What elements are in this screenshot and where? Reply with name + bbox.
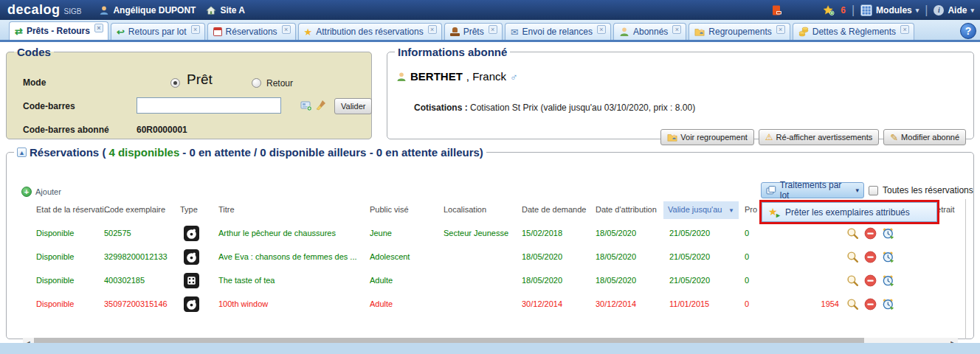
- radio-pret-label[interactable]: Prêt: [187, 72, 213, 88]
- male-icon: ♂: [510, 71, 518, 83]
- col-etat[interactable]: Etat de la réservati...: [36, 205, 111, 214]
- tab-label: Prêts: [463, 27, 484, 37]
- tab-prets-retours[interactable]: ⇄ Prêts - Retours ×: [9, 21, 108, 40]
- prolong-clock-icon[interactable]: [882, 298, 894, 310]
- batch-label: Traitements par lot: [780, 180, 852, 201]
- row-actions: [846, 298, 894, 310]
- loan-return-icon: ⇄: [15, 27, 23, 36]
- reafficher-avertissements-button[interactable]: ⚠ Ré-afficher avertissements: [759, 129, 879, 145]
- close-icon[interactable]: ×: [900, 25, 909, 34]
- cell-attribution: 18/05/2020: [596, 252, 636, 261]
- radio-retour[interactable]: [252, 78, 261, 88]
- tab-label: Dettes & Règlements: [812, 27, 896, 37]
- modules-menu[interactable]: Modules ▾: [860, 4, 919, 16]
- tab-abonnes[interactable]: Abonnés ×: [613, 23, 686, 40]
- col-pro-truncated[interactable]: Pro: [745, 205, 757, 214]
- caret-down-icon: ▾: [916, 7, 919, 14]
- close-icon[interactable]: ×: [672, 25, 681, 34]
- remove-icon[interactable]: [864, 227, 877, 240]
- remove-icon[interactable]: [864, 251, 877, 263]
- tab-envoi-relances[interactable]: ✉ Envoi de relances ×: [505, 23, 611, 40]
- ajouter-button[interactable]: + Ajouter: [21, 187, 61, 197]
- radio-pret[interactable]: [170, 78, 180, 88]
- cell-code: 32998200012133: [104, 252, 168, 261]
- col-type[interactable]: Type: [180, 205, 198, 214]
- aide-menu[interactable]: i Aide ▾: [934, 5, 974, 15]
- tab-prets[interactable]: Prêts ×: [444, 23, 503, 40]
- table-row[interactable]: Disponible 35097200315146 100th window A…: [7, 293, 966, 316]
- abonne-panel: Informations abonné BERTHET , Franck ♂ C…: [387, 46, 974, 139]
- magnifier-icon[interactable]: [846, 274, 859, 287]
- col-localisation[interactable]: Localisation: [444, 205, 486, 214]
- close-icon[interactable]: ×: [191, 25, 200, 34]
- current-user[interactable]: Angélique DUPONT: [99, 5, 196, 15]
- modifier-abonne-button[interactable]: ✎ Modifier abonné: [883, 129, 966, 145]
- modules-grid-icon: [860, 4, 872, 16]
- reservations-legend: ▴ Réservations (4 disponibles - 0 en att…: [14, 146, 486, 159]
- codebarres-abonne-value: 60R0000001: [137, 125, 187, 135]
- tab-regroupements[interactable]: Regroupements ×: [689, 23, 790, 40]
- close-icon[interactable]: ×: [597, 25, 606, 34]
- traitements-par-lot-button[interactable]: Traitements par lot ▾: [761, 182, 864, 198]
- close-icon[interactable]: ×: [282, 25, 291, 34]
- toutes-reservations-label[interactable]: Toutes les réservations: [883, 185, 973, 195]
- table-row[interactable]: Disponible 400302185 The taste of tea Ad…: [7, 269, 966, 293]
- star-plus-icon[interactable]: [823, 4, 835, 16]
- cell-pro: 0: [745, 276, 749, 285]
- magnifier-icon[interactable]: [846, 251, 859, 263]
- radio-retour-label[interactable]: Retour: [266, 78, 293, 88]
- help-button[interactable]: ?: [960, 23, 976, 39]
- collapse-icon[interactable]: ▴: [17, 148, 27, 157]
- cell-demande: 18/05/2020: [522, 252, 562, 261]
- cell-titre: Ave Eva : chansons de femmes des ...: [218, 252, 357, 261]
- reservations-title-prefix: Réservations (: [30, 146, 106, 159]
- table-row[interactable]: Disponible 32998200012133 Ave Eva : chan…: [7, 246, 966, 269]
- prolong-clock-icon[interactable]: [882, 227, 894, 240]
- remove-icon[interactable]: [864, 274, 877, 287]
- col-public[interactable]: Public visé: [370, 205, 409, 214]
- current-site[interactable]: Site A: [206, 5, 245, 15]
- toutes-reservations-checkbox[interactable]: [869, 186, 878, 195]
- table-row[interactable]: Disponible 502575 Arthur le pêcheur de c…: [7, 222, 966, 246]
- valider-button[interactable]: Valider: [334, 98, 372, 114]
- close-icon[interactable]: ×: [489, 25, 497, 34]
- menu-item-preter-exemplaires[interactable]: ★ ► Prêter les exemplaires attribués: [762, 202, 937, 222]
- site-name: Site A: [220, 5, 245, 15]
- magnifier-icon[interactable]: [846, 298, 859, 310]
- layers-icon: [766, 185, 776, 195]
- tab-attribution-reservations[interactable]: ★ Attribution des réservations ×: [298, 23, 442, 40]
- envelope-icon: ✉: [511, 27, 519, 37]
- sort-down-icon: ▼: [728, 207, 734, 214]
- tab-dettes-reglements[interactable]: Dettes & Règlements ×: [793, 23, 914, 40]
- prolong-clock-icon[interactable]: [882, 274, 894, 287]
- col-demande[interactable]: Date de demande: [522, 205, 586, 214]
- plus-icon: +: [21, 187, 32, 197]
- add-card-icon[interactable]: [300, 100, 312, 111]
- close-icon[interactable]: ×: [428, 25, 437, 34]
- cell-valide: 21/05/2020: [669, 276, 710, 285]
- magnifier-icon[interactable]: [846, 227, 859, 240]
- tab-reservations[interactable]: Réservations ×: [207, 23, 296, 40]
- topbar-right: 6 | Modules ▾ | i Aide ▾: [771, 4, 974, 17]
- logout-icon[interactable]: [771, 4, 783, 16]
- codebarres-input[interactable]: [137, 97, 281, 114]
- menu-item-label: Prêter les exemplaires attribués: [785, 207, 910, 218]
- stamp-icon: [450, 27, 460, 36]
- clear-broom-icon[interactable]: [315, 100, 327, 111]
- tab-label: Abonnés: [633, 27, 668, 37]
- close-icon[interactable]: ×: [94, 24, 103, 32]
- film-icon: [184, 273, 199, 288]
- prolong-clock-icon[interactable]: [882, 251, 894, 263]
- close-icon[interactable]: ×: [776, 25, 785, 34]
- cell-code: 35097200315146: [104, 299, 168, 308]
- col-titre[interactable]: Titre: [218, 205, 235, 214]
- remove-icon[interactable]: [864, 298, 877, 310]
- tab-retours-par-lot[interactable]: ↩ Retours par lot ×: [111, 23, 205, 40]
- cell-pro: 0: [745, 229, 749, 237]
- reservations-panel: ▴ Réservations (4 disponibles - 0 en att…: [6, 146, 974, 339]
- col-code[interactable]: Code exemplaire: [104, 205, 165, 214]
- col-attribution[interactable]: Date d'attribution: [596, 205, 657, 214]
- codes-panel: Codes Mode Prêt Retour Code-barres Valid…: [6, 46, 372, 139]
- col-valide-sorted[interactable]: Valide jusqu'au ▼: [663, 201, 739, 219]
- voir-regroupement-button[interactable]: Voir regroupement: [660, 129, 754, 145]
